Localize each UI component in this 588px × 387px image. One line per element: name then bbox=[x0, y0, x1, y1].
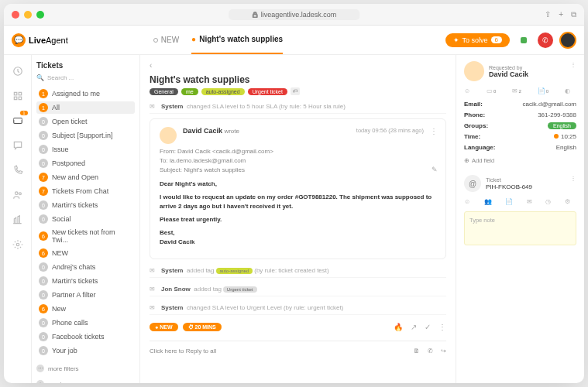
system-row: ✉ Jon Snow added tagUrgent ticket bbox=[150, 283, 446, 296]
close-dot[interactable] bbox=[12, 11, 19, 19]
filter-item[interactable]: 0Martin's tickets bbox=[36, 199, 135, 211]
panel-more-icon[interactable]: ⋮ bbox=[570, 61, 576, 68]
filter-item[interactable]: 1Assigned to me bbox=[36, 87, 135, 100]
svg-point-7 bbox=[15, 192, 18, 195]
create-filter[interactable]: +create bbox=[36, 380, 135, 383]
note-input[interactable]: Type note bbox=[464, 211, 576, 245]
note-icon[interactable]: 📄0 bbox=[538, 87, 548, 94]
more-icon[interactable]: ⋮ bbox=[438, 323, 446, 331]
filter-item[interactable]: 0Postponed bbox=[36, 157, 135, 170]
msg-more-icon[interactable]: ⋮ bbox=[430, 127, 438, 135]
filter-item[interactable]: 7New and Open bbox=[36, 171, 135, 183]
filter-item[interactable]: 0Open ticket bbox=[36, 115, 135, 128]
filter-item[interactable]: 0Social bbox=[36, 213, 135, 225]
ticket-main: ‹ Night's watch supplies General me auto… bbox=[140, 55, 456, 383]
check-icon[interactable]: ✓ bbox=[425, 323, 431, 331]
globe-icon[interactable]: ◐ bbox=[565, 87, 570, 94]
contact-icon[interactable]: ☺ bbox=[464, 87, 470, 94]
filter-item[interactable]: 0Martin's tickets bbox=[36, 275, 135, 287]
user-avatar[interactable] bbox=[559, 32, 576, 49]
filter-item[interactable]: 0Your job bbox=[36, 344, 135, 357]
p-settings-icon[interactable]: ⚙ bbox=[565, 198, 570, 205]
to-solve-button[interactable]: ✦To solve6 bbox=[445, 33, 510, 47]
attach-icon[interactable]: 🗎 bbox=[414, 348, 420, 354]
msg-time: today 09:56 (28 mins ago) bbox=[356, 127, 424, 134]
requester-avatar[interactable] bbox=[464, 61, 484, 81]
status-sla: ⏱ 20 MINS bbox=[183, 323, 222, 331]
ticket-title: Night's watch supplies bbox=[150, 74, 446, 85]
reply-bar[interactable]: Click here to Reply to all 🗎 ✆ ↪ bbox=[150, 341, 446, 354]
window-titlebar: liveagentlive.ladesk.com ⇪ + ⧉ bbox=[4, 4, 584, 26]
ticket-more-icon[interactable]: ⋮ bbox=[570, 175, 576, 182]
filter-item[interactable]: 0Partner A filter bbox=[36, 289, 135, 301]
edit-icon[interactable]: ✎ bbox=[432, 166, 438, 173]
sidebar: Tickets 🔍 Search ... 1Assigned to me1All… bbox=[32, 55, 140, 383]
min-dot[interactable] bbox=[24, 11, 32, 19]
url-bar[interactable]: liveagentlive.ladesk.com bbox=[229, 9, 360, 20]
tab-ticket[interactable]: ●Night's watch supplies bbox=[191, 26, 283, 54]
nav-dashboard[interactable] bbox=[11, 64, 25, 78]
envelope-icon: ✉ bbox=[150, 103, 155, 110]
msg-avatar bbox=[160, 127, 177, 144]
call-icon[interactable]: ✆ bbox=[428, 348, 433, 354]
p-note-icon[interactable]: 📄 bbox=[505, 198, 513, 205]
requester-name[interactable]: David Cacik bbox=[489, 70, 528, 78]
filter-item[interactable]: 1All bbox=[36, 101, 135, 114]
nav-grid[interactable] bbox=[11, 89, 25, 103]
system-row: ✉ System changed SLA level to Urgent Lev… bbox=[150, 301, 446, 315]
filter-item[interactable]: 6New bbox=[36, 303, 135, 315]
p-clock-icon[interactable]: ◷ bbox=[545, 198, 551, 205]
nav-mail[interactable]: 1 bbox=[11, 114, 25, 128]
fire-icon[interactable]: 🔥 bbox=[394, 323, 403, 331]
p-mail-icon[interactable]: ✉ bbox=[527, 198, 532, 205]
max-dot[interactable] bbox=[36, 11, 44, 19]
svg-rect-0 bbox=[253, 14, 256, 17]
filter-item[interactable]: 6NEW bbox=[36, 247, 135, 259]
add-field[interactable]: ⊕ Add field bbox=[464, 157, 576, 164]
tag-urgent[interactable]: Urgent ticket bbox=[248, 88, 287, 95]
tab-new[interactable]: NEW bbox=[153, 26, 179, 54]
filter-item[interactable]: 0Phone calls bbox=[36, 317, 135, 329]
nav-settings[interactable] bbox=[11, 238, 25, 252]
share-icon[interactable]: ⇪ bbox=[545, 10, 551, 19]
back-button[interactable]: ‹ bbox=[150, 61, 446, 70]
nav-org[interactable] bbox=[11, 213, 25, 227]
nav-people[interactable] bbox=[11, 188, 25, 202]
nav-call[interactable] bbox=[11, 163, 25, 177]
add-tag-icon[interactable]: 🏷 bbox=[291, 87, 300, 95]
sidebar-title: Tickets bbox=[36, 61, 135, 70]
ticket-icon[interactable]: ▭0 bbox=[487, 87, 496, 94]
system-row: ✉ System added tagauto-assigned(by rule:… bbox=[150, 264, 446, 278]
more-filters[interactable]: ⋯more filters bbox=[36, 365, 135, 372]
phone-button[interactable]: ✆ bbox=[538, 33, 553, 48]
p-contact-icon[interactable]: ☺ bbox=[464, 198, 470, 205]
ticket-id[interactable]: PIH-FKOOB-649 bbox=[486, 183, 532, 190]
forward-icon[interactable]: ↪ bbox=[441, 348, 446, 354]
filter-item[interactable]: 0Issue bbox=[36, 143, 135, 156]
app-header: 💬 LiveAgent NEW ●Night's watch supplies … bbox=[4, 26, 584, 55]
tabs-icon[interactable]: ⧉ bbox=[571, 10, 576, 19]
tag-general[interactable]: General bbox=[150, 88, 178, 95]
svg-rect-4 bbox=[14, 97, 17, 100]
msg-body: Dear Night's watch, I would like to requ… bbox=[160, 180, 436, 247]
system-row: ✉ System changed SLA level to 5 hour SLA… bbox=[150, 100, 446, 114]
tag-me[interactable]: me bbox=[181, 88, 198, 95]
filter-item[interactable]: 7Tickets From Chat bbox=[36, 185, 135, 197]
filter-item[interactable]: 0Andrej's chats bbox=[36, 261, 135, 273]
nav-chat[interactable] bbox=[11, 139, 25, 152]
logo[interactable]: 💬 LiveAgent bbox=[12, 33, 68, 47]
lock-icon bbox=[252, 12, 258, 18]
filter-item[interactable]: 0Subject [Support.in] bbox=[36, 129, 135, 142]
search-input[interactable]: 🔍 Search ... bbox=[36, 74, 135, 81]
p-users-icon[interactable]: 👥 bbox=[484, 198, 492, 205]
msg-meta: From: David Cacik <cacik.d@gmail.com> To… bbox=[160, 147, 436, 175]
plus-icon[interactable]: + bbox=[559, 10, 563, 19]
mail-icon[interactable]: ✉2 bbox=[512, 87, 521, 94]
status-indicator[interactable] bbox=[516, 33, 531, 48]
tag-auto[interactable]: auto-assigned bbox=[201, 88, 245, 95]
nav-iconbar: 1 bbox=[4, 55, 32, 383]
filter-item[interactable]: 6New tickets not from Twi... bbox=[36, 227, 135, 245]
expand-icon[interactable]: ↗ bbox=[411, 323, 417, 331]
svg-rect-3 bbox=[19, 92, 22, 95]
filter-item[interactable]: 0Facebook tickets bbox=[36, 330, 135, 343]
